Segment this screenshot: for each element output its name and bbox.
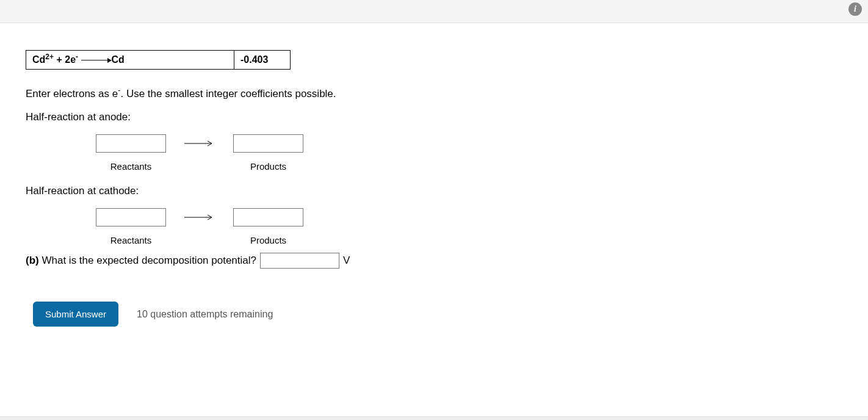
cathode-reaction-row: Reactants Products — [96, 208, 868, 245]
potential-unit: V — [343, 255, 350, 267]
info-icon[interactable]: i — [848, 2, 862, 16]
potential-input[interactable] — [260, 253, 339, 269]
equation-product: Cd — [112, 54, 125, 65]
cathode-reactants-label: Reactants — [110, 235, 152, 245]
instruction-text: Enter electrons as e-. Use the smallest … — [26, 88, 868, 100]
anode-products-group: Products — [233, 134, 303, 172]
anode-arrow — [184, 139, 215, 150]
cathode-arrow — [184, 212, 215, 223]
equation-cell: Cd2+ + 2e- Cd — [26, 50, 234, 70]
cathode-reactants-input[interactable] — [96, 208, 166, 226]
part-b-row: (b) What is the expected decomposition p… — [26, 253, 868, 269]
anode-reactants-label: Reactants — [110, 161, 152, 172]
cathode-title: Half-reaction at cathode: — [26, 185, 868, 197]
arrow-right-icon — [184, 140, 215, 147]
potential-table-row: Cd2+ + 2e- Cd -0.403 — [26, 50, 868, 70]
cathode-products-group: Products — [233, 208, 303, 245]
part-b-question: What is the expected decomposition poten… — [42, 255, 256, 266]
cathode-products-label: Products — [250, 235, 286, 245]
anode-products-label: Products — [250, 161, 286, 172]
anode-reactants-input[interactable] — [96, 134, 166, 153]
question-content: Cd2+ + 2e- Cd -0.403 Enter electrons as … — [0, 23, 868, 327]
equation-reactants: Cd2+ + 2e- — [32, 54, 78, 65]
attempts-remaining: 10 question attempts remaining — [137, 309, 273, 320]
anode-products-input[interactable] — [233, 134, 303, 153]
part-b-label: (b) — [26, 255, 39, 266]
cathode-reactants-group: Reactants — [96, 208, 166, 245]
potential-value-cell: -0.403 — [234, 50, 291, 70]
header-bar: i — [0, 0, 868, 23]
anode-reaction-row: Reactants Products — [96, 134, 868, 172]
cathode-products-input[interactable] — [233, 208, 303, 226]
anode-reactants-group: Reactants — [96, 134, 166, 172]
submit-row: Submit Answer 10 question attempts remai… — [33, 302, 868, 327]
submit-button[interactable]: Submit Answer — [33, 302, 118, 327]
reaction-arrow-icon — [81, 57, 112, 63]
anode-title: Half-reaction at anode: — [26, 111, 868, 123]
arrow-right-icon — [184, 214, 215, 221]
